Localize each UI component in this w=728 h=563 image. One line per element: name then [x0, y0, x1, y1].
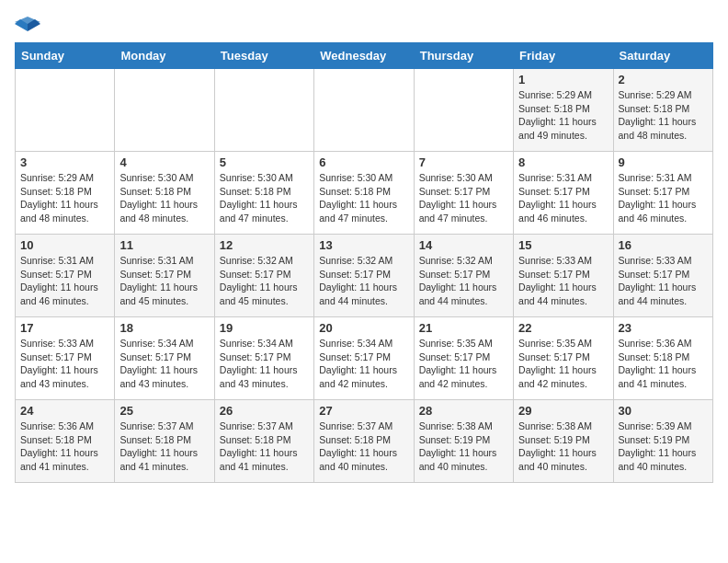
calendar-table: SundayMondayTuesdayWednesdayThursdayFrid…	[15, 42, 713, 483]
day-info: Sunrise: 5:37 AM Sunset: 5:18 PM Dayligh…	[319, 419, 408, 474]
calendar-week-row: 1Sunrise: 5:29 AM Sunset: 5:18 PM Daylig…	[16, 69, 713, 152]
calendar-day-cell: 20Sunrise: 5:34 AM Sunset: 5:17 PM Dayli…	[314, 317, 414, 400]
day-number: 27	[319, 404, 408, 418]
day-number: 14	[419, 238, 508, 252]
calendar-day-cell	[115, 69, 214, 152]
calendar-body: 1Sunrise: 5:29 AM Sunset: 5:18 PM Daylig…	[16, 69, 713, 483]
calendar-day-cell: 14Sunrise: 5:32 AM Sunset: 5:17 PM Dayli…	[414, 235, 513, 317]
calendar-day-cell: 17Sunrise: 5:33 AM Sunset: 5:17 PM Dayli…	[16, 317, 115, 400]
calendar-day-cell: 26Sunrise: 5:37 AM Sunset: 5:18 PM Dayli…	[214, 400, 313, 483]
calendar-week-row: 10Sunrise: 5:31 AM Sunset: 5:17 PM Dayli…	[16, 235, 713, 317]
weekday-header-cell: Sunday	[16, 43, 115, 69]
day-number: 9	[619, 155, 708, 169]
day-info: Sunrise: 5:29 AM Sunset: 5:18 PM Dayligh…	[518, 88, 608, 143]
day-number: 18	[119, 321, 209, 335]
logo-icon	[15, 15, 40, 35]
day-number: 20	[319, 321, 408, 335]
calendar-day-cell: 9Sunrise: 5:31 AM Sunset: 5:17 PM Daylig…	[613, 152, 712, 235]
day-number: 28	[419, 404, 508, 418]
day-info: Sunrise: 5:33 AM Sunset: 5:17 PM Dayligh…	[20, 337, 109, 391]
calendar-day-cell: 18Sunrise: 5:34 AM Sunset: 5:17 PM Dayli…	[115, 317, 214, 400]
calendar-day-cell: 1Sunrise: 5:29 AM Sunset: 5:18 PM Daylig…	[514, 69, 613, 152]
weekday-header-row: SundayMondayTuesdayWednesdayThursdayFrid…	[16, 43, 713, 69]
day-info: Sunrise: 5:35 AM Sunset: 5:17 PM Dayligh…	[419, 337, 508, 391]
calendar-day-cell: 4Sunrise: 5:30 AM Sunset: 5:18 PM Daylig…	[115, 152, 214, 235]
day-number: 26	[220, 404, 309, 418]
day-number: 5	[220, 155, 309, 169]
day-number: 7	[419, 155, 508, 169]
weekday-header-cell: Tuesday	[214, 43, 313, 69]
day-info: Sunrise: 5:36 AM Sunset: 5:18 PM Dayligh…	[619, 337, 708, 391]
calendar-day-cell: 23Sunrise: 5:36 AM Sunset: 5:18 PM Dayli…	[613, 317, 712, 400]
day-number: 19	[220, 321, 309, 335]
calendar-day-cell: 28Sunrise: 5:38 AM Sunset: 5:19 PM Dayli…	[414, 400, 513, 483]
calendar-week-row: 3Sunrise: 5:29 AM Sunset: 5:18 PM Daylig…	[16, 152, 713, 235]
day-info: Sunrise: 5:32 AM Sunset: 5:17 PM Dayligh…	[319, 254, 408, 308]
day-info: Sunrise: 5:30 AM Sunset: 5:18 PM Dayligh…	[319, 171, 408, 225]
day-number: 11	[119, 238, 209, 252]
day-info: Sunrise: 5:34 AM Sunset: 5:17 PM Dayligh…	[220, 337, 309, 391]
day-number: 3	[20, 155, 109, 169]
day-info: Sunrise: 5:39 AM Sunset: 5:19 PM Dayligh…	[619, 419, 708, 474]
calendar-day-cell: 12Sunrise: 5:32 AM Sunset: 5:17 PM Dayli…	[214, 235, 313, 317]
calendar-day-cell: 22Sunrise: 5:35 AM Sunset: 5:17 PM Dayli…	[514, 317, 613, 400]
weekday-header-cell: Saturday	[613, 43, 712, 69]
calendar-day-cell: 30Sunrise: 5:39 AM Sunset: 5:19 PM Dayli…	[613, 400, 712, 483]
logo	[15, 15, 44, 35]
weekday-header-cell: Monday	[115, 43, 214, 69]
day-number: 1	[518, 73, 608, 86]
calendar-day-cell: 10Sunrise: 5:31 AM Sunset: 5:17 PM Dayli…	[16, 235, 115, 317]
calendar-week-row: 24Sunrise: 5:36 AM Sunset: 5:18 PM Dayli…	[16, 400, 713, 483]
calendar-day-cell: 3Sunrise: 5:29 AM Sunset: 5:18 PM Daylig…	[16, 152, 115, 235]
calendar-day-cell	[214, 69, 313, 152]
day-info: Sunrise: 5:31 AM Sunset: 5:17 PM Dayligh…	[119, 254, 209, 308]
day-info: Sunrise: 5:31 AM Sunset: 5:17 PM Dayligh…	[20, 254, 109, 308]
calendar-day-cell: 25Sunrise: 5:37 AM Sunset: 5:18 PM Dayli…	[115, 400, 214, 483]
calendar-day-cell: 11Sunrise: 5:31 AM Sunset: 5:17 PM Dayli…	[115, 235, 214, 317]
day-info: Sunrise: 5:33 AM Sunset: 5:17 PM Dayligh…	[619, 254, 708, 308]
day-info: Sunrise: 5:35 AM Sunset: 5:17 PM Dayligh…	[518, 337, 608, 391]
day-info: Sunrise: 5:33 AM Sunset: 5:17 PM Dayligh…	[518, 254, 608, 308]
calendar-day-cell	[314, 69, 414, 152]
day-info: Sunrise: 5:34 AM Sunset: 5:17 PM Dayligh…	[119, 337, 209, 391]
day-info: Sunrise: 5:31 AM Sunset: 5:17 PM Dayligh…	[619, 171, 708, 225]
calendar-day-cell: 29Sunrise: 5:38 AM Sunset: 5:19 PM Dayli…	[514, 400, 613, 483]
day-number: 21	[419, 321, 508, 335]
calendar-day-cell: 8Sunrise: 5:31 AM Sunset: 5:17 PM Daylig…	[514, 152, 613, 235]
calendar-day-cell: 7Sunrise: 5:30 AM Sunset: 5:17 PM Daylig…	[414, 152, 513, 235]
day-number: 15	[518, 238, 608, 252]
day-info: Sunrise: 5:37 AM Sunset: 5:18 PM Dayligh…	[119, 419, 209, 474]
day-info: Sunrise: 5:34 AM Sunset: 5:17 PM Dayligh…	[319, 337, 408, 391]
day-info: Sunrise: 5:32 AM Sunset: 5:17 PM Dayligh…	[419, 254, 508, 308]
calendar-day-cell: 6Sunrise: 5:30 AM Sunset: 5:18 PM Daylig…	[314, 152, 414, 235]
day-number: 29	[518, 404, 608, 418]
day-number: 25	[119, 404, 209, 418]
day-number: 16	[619, 238, 708, 252]
calendar-week-row: 17Sunrise: 5:33 AM Sunset: 5:17 PM Dayli…	[16, 317, 713, 400]
calendar-day-cell: 13Sunrise: 5:32 AM Sunset: 5:17 PM Dayli…	[314, 235, 414, 317]
calendar-day-cell: 24Sunrise: 5:36 AM Sunset: 5:18 PM Dayli…	[16, 400, 115, 483]
day-info: Sunrise: 5:30 AM Sunset: 5:18 PM Dayligh…	[220, 171, 309, 225]
calendar-day-cell	[414, 69, 513, 152]
day-number: 24	[20, 404, 109, 418]
day-number: 23	[619, 321, 708, 335]
calendar-day-cell: 21Sunrise: 5:35 AM Sunset: 5:17 PM Dayli…	[414, 317, 513, 400]
day-number: 30	[619, 404, 708, 418]
weekday-header-cell: Thursday	[414, 43, 513, 69]
calendar-day-cell: 5Sunrise: 5:30 AM Sunset: 5:18 PM Daylig…	[214, 152, 313, 235]
calendar-day-cell: 19Sunrise: 5:34 AM Sunset: 5:17 PM Dayli…	[214, 317, 313, 400]
calendar-day-cell: 15Sunrise: 5:33 AM Sunset: 5:17 PM Dayli…	[514, 235, 613, 317]
day-info: Sunrise: 5:37 AM Sunset: 5:18 PM Dayligh…	[220, 419, 309, 474]
day-info: Sunrise: 5:38 AM Sunset: 5:19 PM Dayligh…	[518, 419, 608, 474]
day-info: Sunrise: 5:29 AM Sunset: 5:18 PM Dayligh…	[619, 88, 708, 143]
day-info: Sunrise: 5:38 AM Sunset: 5:19 PM Dayligh…	[419, 419, 508, 474]
day-info: Sunrise: 5:32 AM Sunset: 5:17 PM Dayligh…	[220, 254, 309, 308]
day-number: 12	[220, 238, 309, 252]
day-info: Sunrise: 5:29 AM Sunset: 5:18 PM Dayligh…	[20, 171, 109, 225]
day-number: 4	[119, 155, 209, 169]
day-info: Sunrise: 5:30 AM Sunset: 5:18 PM Dayligh…	[119, 171, 209, 225]
calendar-day-cell: 27Sunrise: 5:37 AM Sunset: 5:18 PM Dayli…	[314, 400, 414, 483]
day-number: 6	[319, 155, 408, 169]
day-number: 10	[20, 238, 109, 252]
day-number: 8	[518, 155, 608, 169]
